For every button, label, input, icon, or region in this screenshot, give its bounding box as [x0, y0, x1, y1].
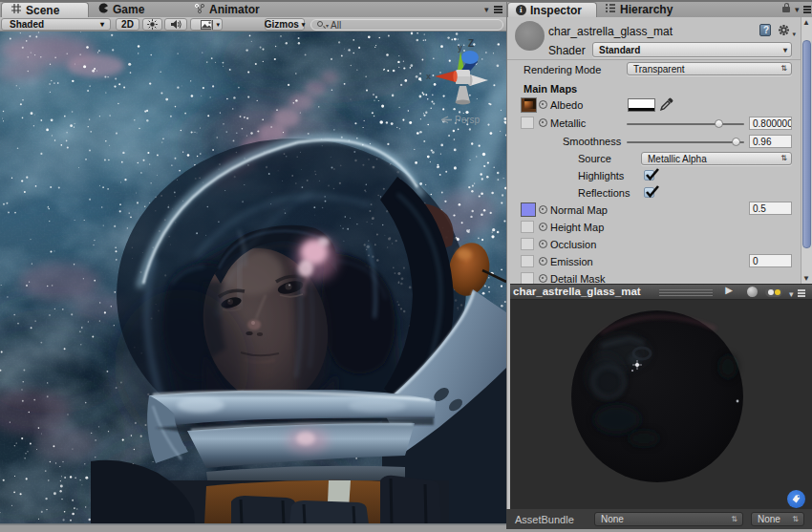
svg-text:x: x [426, 72, 431, 81]
svg-text:y: y [458, 43, 462, 53]
svg-text:Persp: Persp [455, 115, 481, 125]
svg-text:Z: Z [468, 38, 474, 49]
